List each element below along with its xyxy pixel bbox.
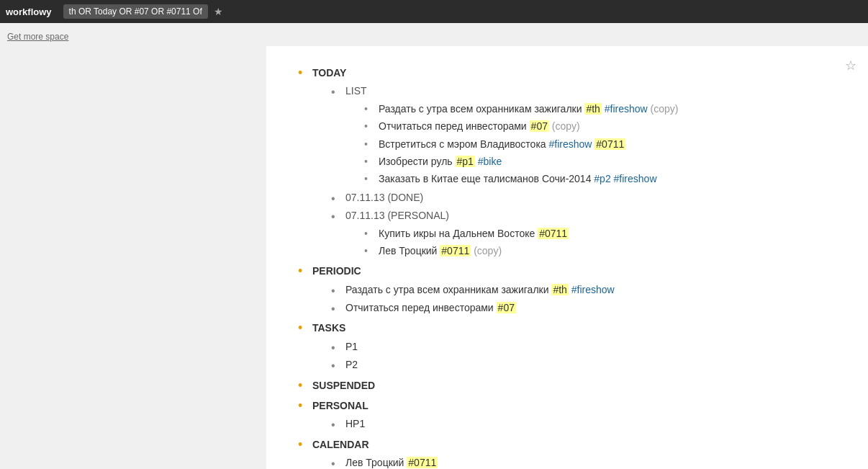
personal-title: PERSONAL bbox=[312, 400, 369, 411]
item-text: Раздать с утра всем охранникам зажигалки… bbox=[345, 284, 615, 295]
star-button[interactable]: ☆ bbox=[845, 58, 856, 73]
calendar-items: Лев Троцкий #0711 bbox=[330, 455, 839, 469]
list-item: Лев Троцкий #0711 bbox=[330, 455, 839, 469]
tag-0711: #0711 bbox=[440, 245, 471, 256]
item-text: HP1 bbox=[345, 418, 365, 429]
copy-label: (copy) bbox=[651, 103, 679, 115]
section-today: TODAY LIST Раздать с утра всем охранника… bbox=[295, 65, 839, 259]
item-text: Отчитаться перед инвесторами #07 bbox=[345, 302, 516, 313]
sidebar: Get more space bbox=[0, 23, 266, 469]
list-item: Лев Троцкий #0711 (copy) bbox=[363, 243, 839, 259]
list-item: P2 bbox=[330, 357, 839, 372]
section-personal: PERSONAL HP1 bbox=[295, 398, 839, 432]
item-text: P2 bbox=[345, 359, 358, 370]
section-suspended: SUSPENDED bbox=[295, 378, 839, 393]
personal-items: HP1 bbox=[330, 416, 839, 432]
suspended-title: SUSPENDED bbox=[312, 380, 375, 391]
list-item: HP1 bbox=[330, 416, 839, 432]
personal-date-items: Купить икры на Дальнем Востоке #0711 Лев… bbox=[363, 225, 839, 259]
list-title: LIST bbox=[345, 85, 367, 97]
tag-p2[interactable]: #p2 bbox=[594, 173, 610, 184]
list-item: Отчитаться перед инвесторами #07 (copy) bbox=[363, 118, 839, 134]
subsection-list: LIST Раздать с утра всем охранникам зажи… bbox=[330, 83, 839, 187]
list-item: Изобрести руль #p1 #bike bbox=[363, 153, 839, 169]
tasks-items: P1 P2 bbox=[330, 339, 839, 373]
tasks-title: TASKS bbox=[312, 322, 345, 334]
subsection-personal-date: 07.11.13 (PERSONAL) Купить икры на Дальн… bbox=[330, 207, 839, 259]
outline-root: TODAY LIST Раздать с утра всем охранника… bbox=[295, 65, 839, 469]
section-periodic: PERIODIC Раздать с утра всем охранникам … bbox=[295, 263, 839, 316]
search-tab[interactable]: th OR Today OR #07 OR #0711 Of bbox=[63, 4, 208, 19]
star-icon[interactable]: ★ bbox=[214, 6, 223, 17]
tag-0711: #0711 bbox=[407, 457, 438, 468]
app-logo: workflowy bbox=[6, 6, 52, 17]
list-items: Раздать с утра всем охранникам зажигалки… bbox=[363, 101, 839, 187]
topbar: workflowy th OR Today OR #07 OR #0711 Of… bbox=[0, 0, 868, 23]
item-text: Изобрести руль #p1 #bike bbox=[379, 156, 502, 167]
today-children: LIST Раздать с утра всем охранникам зажи… bbox=[330, 83, 839, 259]
section-tasks: TASKS P1 P2 bbox=[295, 320, 839, 372]
list-item: Купить икры на Дальнем Востоке #0711 bbox=[363, 225, 839, 241]
section-calendar: CALENDAR Лев Троцкий #0711 bbox=[295, 437, 839, 469]
list-item: Раздать с утра всем охранникам зажигалки… bbox=[363, 101, 839, 117]
tag-07: #07 bbox=[530, 120, 549, 132]
periodic-items: Раздать с утра всем охранникам зажигалки… bbox=[330, 282, 839, 316]
copy-label: (copy) bbox=[474, 245, 502, 256]
tag-0711: #0711 bbox=[538, 228, 569, 239]
item-text: Лев Троцкий #0711 bbox=[345, 457, 438, 468]
list-item: Заказать в Китае еще талисманов Сочи-201… bbox=[363, 171, 839, 187]
list-item: Раздать с утра всем охранникам зажигалки… bbox=[330, 282, 839, 298]
today-title: TODAY bbox=[312, 67, 346, 79]
item-text: Отчитаться перед инвесторами #07 (copy) bbox=[379, 120, 580, 132]
done-title: 07.11.13 (DONE) bbox=[345, 192, 423, 203]
tag-bike[interactable]: #bike bbox=[478, 156, 502, 167]
tag-th: #th bbox=[584, 103, 601, 115]
get-more-space-link[interactable]: Get more space bbox=[7, 32, 68, 42]
list-item: P1 bbox=[330, 339, 839, 354]
item-text: Встретиться с мэром Владивостока #firesh… bbox=[379, 138, 625, 150]
tag-fireshow[interactable]: #fireshow bbox=[605, 103, 648, 115]
search-tab-text: th OR Today OR #07 OR #0711 Of bbox=[69, 6, 202, 17]
item-text: Раздать с утра всем охранникам зажигалки… bbox=[379, 103, 678, 115]
tag-p1: #p1 bbox=[456, 156, 475, 167]
personal-date-title: 07.11.13 (PERSONAL) bbox=[345, 210, 449, 221]
item-text: P1 bbox=[345, 341, 358, 352]
tag-07: #07 bbox=[497, 302, 516, 313]
calendar-title: CALENDAR bbox=[312, 439, 369, 450]
list-item: Отчитаться перед инвесторами #07 bbox=[330, 300, 839, 316]
item-text: Заказать в Китае еще талисманов Сочи-201… bbox=[379, 173, 657, 184]
tag-fireshow[interactable]: #fireshow bbox=[571, 284, 615, 295]
subsection-done: 07.11.13 (DONE) bbox=[330, 189, 839, 205]
tag-fireshow[interactable]: #fireshow bbox=[614, 173, 657, 184]
list-item: Встретиться с мэром Владивостока #firesh… bbox=[363, 136, 839, 152]
periodic-title: PERIODIC bbox=[312, 265, 361, 277]
tag-th: #th bbox=[551, 284, 568, 295]
main-content: ☆ TODAY LIST Раздать с утра всем охранни… bbox=[266, 46, 868, 469]
tag-0711: #0711 bbox=[595, 138, 625, 150]
copy-label: (copy) bbox=[552, 120, 580, 132]
item-text: Лев Троцкий #0711 (copy) bbox=[379, 245, 502, 256]
item-text: Купить икры на Дальнем Востоке #0711 bbox=[379, 228, 569, 239]
tag-fireshow[interactable]: #fireshow bbox=[549, 138, 592, 150]
